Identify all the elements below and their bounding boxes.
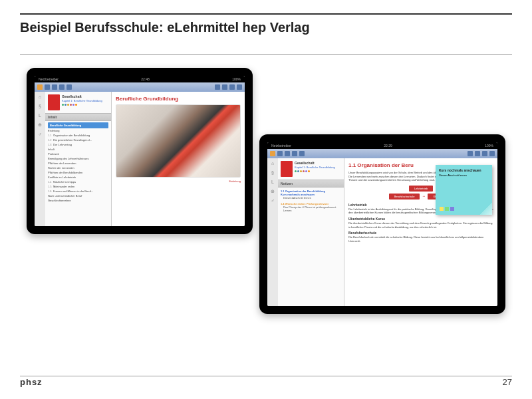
- page-number: 27: [503, 377, 512, 387]
- slide: Beispiel Berufsschule: eLehrmittel hep V…: [0, 0, 532, 399]
- books-icon[interactable]: [37, 84, 43, 90]
- globe-icon[interactable]: ⊕: [270, 189, 275, 194]
- battery: 100%: [232, 77, 241, 81]
- left-panel: Gesellschaft Kapitel 1: Berufliche Grund…: [45, 92, 112, 226]
- section-heading: Berufsfachschule: [348, 231, 493, 235]
- layers-icon[interactable]: [66, 84, 72, 90]
- status-bar: Netzbetreiber 22:29 100%: [267, 142, 497, 149]
- toc-item[interactable]: Pflichten der Lernenden: [48, 161, 108, 166]
- settings-icon[interactable]: [229, 84, 235, 90]
- font-icon[interactable]: [475, 151, 480, 156]
- color-tags: [295, 170, 341, 172]
- share-icon[interactable]: [215, 84, 220, 90]
- sticky-title: Kurs nochmals anschauen: [439, 168, 489, 172]
- layers-icon[interactable]: [299, 151, 305, 156]
- note-item[interactable]: 1.1 Organisation der Berufsbildung Kurs …: [281, 190, 341, 200]
- tablet-2-screen: Netzbetreiber 22:29 100%: [267, 142, 497, 306]
- search-icon[interactable]: [52, 84, 57, 90]
- toc-item[interactable]: 1.2Die gesetzlichen Grundlagen d...: [48, 138, 108, 142]
- l-icon[interactable]: L: [37, 113, 43, 118]
- toc-item[interactable]: Geschlechterreihen: [48, 198, 108, 203]
- section-heading: Überbetriebliche Kurse: [348, 217, 493, 221]
- book-header: Gesellschaft Kapitel 1: Berufliche Grund…: [278, 158, 344, 180]
- share-icon[interactable]: [467, 151, 473, 156]
- diagram-box: Lehrbetrieb: [409, 186, 433, 192]
- toc-item[interactable]: Noch unterschiedlicher Beruf: [48, 194, 108, 198]
- chapter-link[interactable]: Kapitel 1: Berufliche Grundbildung: [62, 99, 108, 102]
- sticky-text: Diesen Abschnitt lernen: [439, 174, 489, 177]
- book-cover: [281, 161, 293, 177]
- diagram-box: Berufsfachschule: [389, 194, 420, 200]
- bookmark-icon[interactable]: [489, 151, 495, 156]
- toc-item[interactable]: 1.4Nützliche Lerntipps: [48, 180, 108, 184]
- toc-item[interactable]: 1.1Organisation der Berufsbildung: [48, 133, 108, 138]
- toc-item[interactable]: 1.5Miteinander reden: [48, 184, 108, 189]
- note-text: Das Prinzip der 4 Ohren ist prüfungsrele…: [281, 205, 341, 212]
- clock: 22:48: [141, 77, 150, 81]
- gender-icon[interactable]: ♂: [37, 132, 43, 137]
- divider: [20, 54, 512, 55]
- slide-header: Beispiel Berufsschule: eLehrmittel hep V…: [20, 13, 512, 35]
- note-item[interactable]: 1.4 Wünsche reden: Prüfungsrelevant Das …: [281, 202, 341, 212]
- list-icon[interactable]: [59, 84, 65, 90]
- section-text: Die Berufsfachschule vermittelt die schu…: [348, 235, 493, 243]
- section-text: Die überbetrieblichen Kurse dienen der V…: [348, 221, 493, 229]
- tag-icon[interactable]: §: [270, 170, 275, 176]
- fold-icon: [480, 203, 492, 215]
- toc-item[interactable]: Beendigung des Lehrverhältnisses: [48, 156, 108, 161]
- section-header: Inhalt: [45, 113, 111, 121]
- sticky-color-picker[interactable]: [440, 207, 454, 211]
- settings-icon[interactable]: [482, 151, 487, 156]
- gender-icon[interactable]: ♂: [270, 198, 275, 203]
- tablet-2: Netzbetreiber 22:29 100%: [259, 134, 505, 314]
- carrier: Netzbetreiber: [39, 77, 59, 81]
- tag-icon[interactable]: §: [37, 104, 43, 109]
- tablet-1: Netzbetreiber 22:48 100%: [27, 68, 253, 234]
- clock: 22:29: [384, 144, 392, 148]
- chapter-link[interactable]: Kapitel 1: Berufliche Grundbildung: [295, 166, 341, 169]
- globe-icon[interactable]: ⊕: [37, 122, 43, 128]
- home-icon[interactable]: ⌂: [37, 94, 43, 100]
- toolbar: [35, 82, 245, 92]
- toc: Berufliche Grundbildung Einleitung1.1Org…: [45, 121, 111, 204]
- toc-item[interactable]: Inhalt: [48, 147, 108, 152]
- tablets-area: Netzbetreiber 22:48 100%: [20, 68, 512, 334]
- toc-item[interactable]: 1.3Der Lehrvertrag: [48, 142, 108, 147]
- toc-item[interactable]: Einleitung: [48, 128, 108, 133]
- tablet-1-screen: Netzbetreiber 22:48 100%: [35, 76, 245, 226]
- brand-label: phsz: [20, 377, 43, 387]
- bookmark-icon[interactable]: [237, 84, 242, 90]
- search-icon[interactable]: [285, 151, 290, 156]
- note-text: Diesen Abschnitt lernen: [281, 196, 341, 200]
- nav-icon[interactable]: [45, 84, 50, 90]
- next-link[interactable]: Einleitung: [116, 180, 241, 183]
- l-icon[interactable]: L: [270, 180, 275, 185]
- rail-sidebar: ⌂ § L ⊕ ♂: [35, 92, 45, 226]
- toc-item[interactable]: Probezeit: [48, 152, 108, 156]
- slide-title: Beispiel Berufsschule: eLehrmittel hep V…: [20, 20, 512, 35]
- page-title: Berufliche Grundbildung: [116, 96, 241, 102]
- left-panel: Gesellschaft Kapitel 1: Berufliche Grund…: [278, 158, 344, 306]
- status-bar: Netzbetreiber 22:48 100%: [35, 76, 245, 82]
- color-yellow[interactable]: [440, 207, 444, 211]
- sticky-note[interactable]: Kurs nochmals anschauen Diesen Abschnitt…: [436, 165, 492, 215]
- main-content: Berufliche Grundbildung Einleitung: [112, 92, 245, 226]
- notes-panel: 1.1 Organisation der Berufsbildung Kurs …: [278, 188, 344, 217]
- toc-item[interactable]: 1.6Frauen und Männer in der Beruf...: [48, 189, 108, 194]
- book-title: Gesellschaft: [295, 161, 341, 165]
- footer-divider: [20, 376, 512, 376]
- color-blue[interactable]: [450, 207, 454, 211]
- toc-item[interactable]: Pflichten der Berufsbildenden: [48, 170, 108, 175]
- toc-item[interactable]: Rechte der Lernenden: [48, 166, 108, 170]
- list-icon[interactable]: [292, 151, 297, 156]
- color-green[interactable]: [445, 207, 449, 211]
- home-icon[interactable]: ⌂: [270, 161, 275, 166]
- section-header: Notizen: [278, 180, 344, 188]
- toc-item[interactable]: Konflikte im Lehrbetrieb: [48, 175, 108, 180]
- font-icon[interactable]: [222, 84, 227, 90]
- battery: 100%: [485, 144, 493, 148]
- toc-item-selected[interactable]: Berufliche Grundbildung: [48, 122, 108, 128]
- books-icon[interactable]: [270, 151, 275, 156]
- nav-icon[interactable]: [277, 151, 283, 156]
- toolbar: [267, 149, 497, 158]
